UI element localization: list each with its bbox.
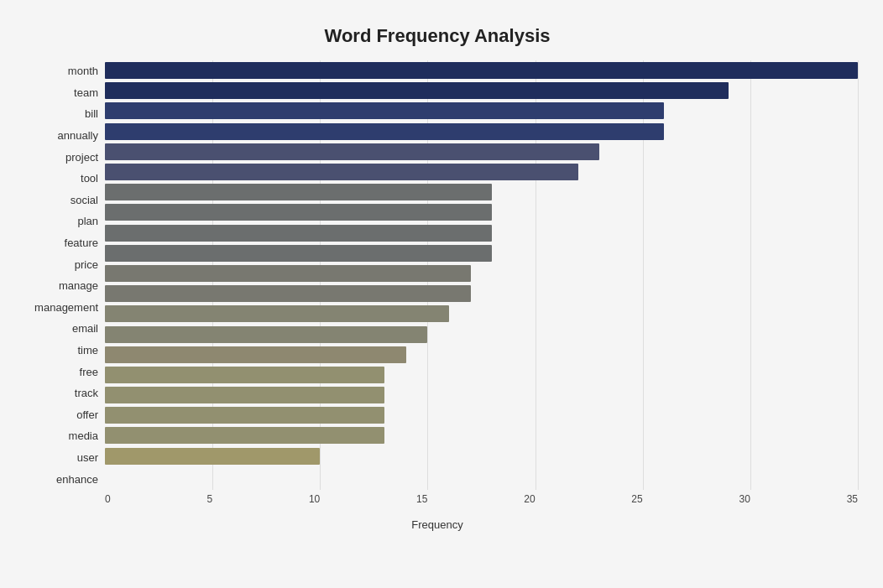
x-axis-label: Frequency [17,518,858,531]
bar-row [105,101,858,120]
grid-line [858,60,859,490]
y-label: email [72,323,98,334]
y-label: user [77,452,98,463]
x-tick: 5 [206,493,212,505]
bar [105,245,492,262]
y-label: team [74,87,98,98]
bar-row [105,264,858,283]
bar [105,123,664,140]
bars-section: monthteambillannuallyprojecttoolsocialpl… [17,60,858,513]
y-label: manage [59,280,98,291]
y-label: tool [81,173,98,184]
bar-row [105,122,858,141]
bar-row [105,325,858,344]
bar [105,367,384,383]
y-labels: monthteambillannuallyprojecttoolsocialpl… [17,60,105,513]
y-label: bill [85,108,98,119]
y-label: management [34,302,98,313]
bar [105,204,492,221]
bars-and-grid: 05101520253035 [105,60,858,513]
x-tick: 35 [847,493,858,505]
bar-row [105,143,858,161]
bar [105,407,384,424]
x-tick: 30 [739,493,750,505]
bar [105,305,449,322]
bar-row [105,244,858,263]
x-axis: 05101520253035 [105,490,858,513]
bar-row [105,203,858,221]
x-tick: 0 [105,493,111,505]
bar-row [105,61,858,80]
x-tick: 25 [631,493,642,505]
bars-rows [105,60,858,490]
bar [105,285,471,302]
bar [105,143,599,160]
y-label: month [68,65,98,76]
y-label: enhance [56,474,98,485]
y-label: track [75,388,98,398]
bar [105,448,320,465]
x-axis-label-container: Frequency [17,515,858,531]
chart-title: Word Frequency Analysis [17,25,858,47]
bar-row [105,426,858,445]
bar-row [105,346,858,364]
bar [105,326,427,343]
bar-row [105,386,858,404]
bar [105,427,384,444]
y-label: price [75,259,98,270]
y-label: annually [58,130,98,141]
x-tick: 10 [309,493,320,505]
y-label: offer [76,409,98,420]
bar-row [105,163,858,181]
bar [105,62,858,79]
bar-row [105,81,858,100]
bar-row [105,406,858,424]
y-label: feature [65,237,98,248]
bar [105,82,729,99]
bar-row [105,366,858,384]
chart-container: Word Frequency Analysis monthteambillann… [8,8,875,588]
x-tick: 20 [524,493,535,505]
bar [105,164,578,180]
bar [105,346,406,363]
y-label: free [80,367,98,377]
y-label: social [71,195,98,206]
bar [105,387,384,403]
y-label: project [65,152,98,163]
bar [105,102,664,119]
y-label: plan [77,216,98,226]
bar-row [105,284,858,303]
chart-area: monthteambillannuallyprojecttoolsocialpl… [17,60,858,531]
bar-row [105,304,858,323]
x-tick: 15 [416,493,427,505]
bar-row [105,183,858,201]
bar [105,265,471,282]
bar-row [105,447,858,466]
bar-row [105,224,858,242]
y-label: media [69,430,98,441]
bar [105,184,492,200]
bar [105,225,492,242]
y-label: time [77,345,98,356]
